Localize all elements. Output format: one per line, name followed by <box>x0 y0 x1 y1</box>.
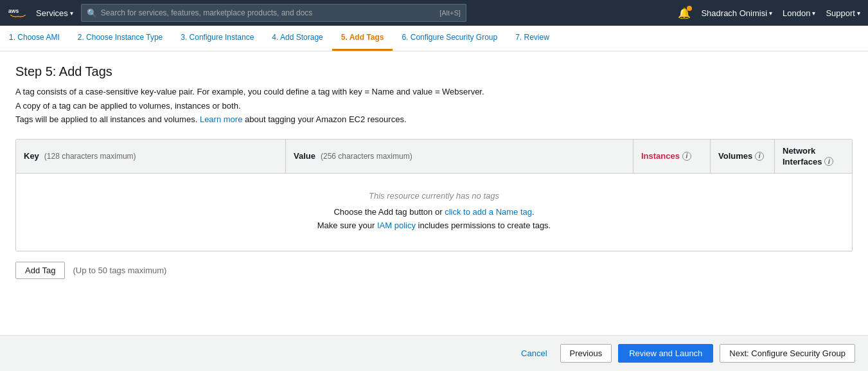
step-5-label: 5. Add Tags <box>341 33 384 42</box>
column-instances: Instances i <box>633 140 711 173</box>
column-key: Key (128 characters maximum) <box>16 140 286 173</box>
notifications-button[interactable]: 🔔 <box>678 7 691 19</box>
region-menu[interactable]: London ▾ <box>783 8 815 18</box>
cancel-button[interactable]: Cancel <box>515 345 553 362</box>
support-menu[interactable]: Support ▾ <box>826 8 860 18</box>
step-2-label: 2. Choose Instance Type <box>78 33 163 42</box>
footer-actions: Cancel Previous Review and Launch Next: … <box>0 335 868 371</box>
region-name: London <box>783 8 810 18</box>
table-body: This resource currently has no tags Choo… <box>16 174 852 251</box>
previous-button[interactable]: Previous <box>560 344 612 363</box>
wizard-steps: 1. Choose AMI 2. Choose Instance Type 3.… <box>0 26 868 51</box>
network-info-icon[interactable]: i <box>824 157 833 166</box>
col-key-label: Key <box>24 151 39 161</box>
main-content: Step 5: Add Tags A tag consists of a cas… <box>0 51 868 335</box>
column-volumes: Volumes i <box>711 140 775 173</box>
col-network-label: Network <box>783 146 815 156</box>
search-shortcut: [Alt+S] <box>439 9 461 17</box>
instances-info-icon[interactable]: i <box>682 152 691 161</box>
add-tag-limit: (Up to 50 tags maximum) <box>73 266 166 275</box>
global-search[interactable]: 🔍 [Alt+S] <box>81 4 466 22</box>
search-input[interactable] <box>101 8 436 17</box>
column-network-interfaces: Network Interfaces i <box>775 140 852 173</box>
support-chevron-icon: ▾ <box>857 10 860 17</box>
desc3-post: about tagging your Amazon EC2 resources. <box>245 114 406 124</box>
step-7-review[interactable]: 7. Review <box>506 26 558 51</box>
next-configure-security-group-button[interactable]: Next: Configure Security Group <box>720 344 855 363</box>
column-value: Value (256 characters maximum) <box>286 140 633 173</box>
services-menu[interactable]: Services ▾ <box>36 8 73 18</box>
step-6-configure-security-group[interactable]: 6. Configure Security Group <box>393 26 506 51</box>
svg-text:aws: aws <box>8 8 19 14</box>
page-description: A tag consists of a case-sensitive key-v… <box>15 86 853 127</box>
services-chevron-icon: ▾ <box>70 10 73 17</box>
instruction2-pre: Make sure your <box>317 221 375 230</box>
add-tag-button[interactable]: Add Tag <box>15 262 65 279</box>
page-title: Step 5: Add Tags <box>15 64 853 79</box>
step-5-add-tags[interactable]: 5. Add Tags <box>332 26 393 51</box>
step-1-choose-ami[interactable]: 1. Choose AMI <box>0 26 69 51</box>
step-6-label: 6. Configure Security Group <box>402 33 497 42</box>
review-and-launch-button[interactable]: Review and Launch <box>618 344 713 363</box>
instruction-pre: Choose the Add tag button or <box>333 207 442 217</box>
col-network-label2: Interfaces <box>783 157 822 167</box>
step-3-configure-instance[interactable]: 3. Configure Instance <box>172 26 263 51</box>
add-tag-instruction: Choose the Add tag button or click to ad… <box>317 206 551 233</box>
support-label: Support <box>826 8 855 18</box>
desc-line-2: A copy of a tag can be applied to volume… <box>15 100 853 113</box>
notification-dot <box>687 6 692 11</box>
add-tag-row: Add Tag (Up to 50 tags maximum) <box>15 262 853 279</box>
user-name: Shadrach Onimisi <box>701 8 767 18</box>
step-4-label: 4. Add Storage <box>272 33 323 42</box>
learn-more-link[interactable]: Learn more <box>200 114 242 124</box>
step-7-label: 7. Review <box>515 33 549 42</box>
step-2-choose-instance-type[interactable]: 2. Choose Instance Type <box>69 26 172 51</box>
step-4-add-storage[interactable]: 4. Add Storage <box>263 26 332 51</box>
table-header: Key (128 characters maximum) Value (256 … <box>16 140 852 174</box>
desc-line-1: A tag consists of a case-sensitive key-v… <box>15 86 853 98</box>
services-label: Services <box>36 8 68 18</box>
col-instances-label: Instances <box>641 151 680 161</box>
tags-table: Key (128 characters maximum) Value (256 … <box>15 139 853 251</box>
search-icon: 🔍 <box>87 8 97 18</box>
desc-line-3: Tags will be applied to all instances an… <box>15 113 853 126</box>
instruction-mid: . <box>532 207 535 217</box>
iam-policy-link[interactable]: IAM policy <box>377 221 416 230</box>
user-menu[interactable]: Shadrach Onimisi ▾ <box>701 8 772 18</box>
col-key-hint: (128 characters maximum) <box>44 152 136 161</box>
no-tags-message: This resource currently has no tags <box>369 191 499 201</box>
step-3-label: 3. Configure Instance <box>181 33 254 42</box>
aws-logo[interactable]: aws <box>8 6 28 19</box>
col-value-label: Value <box>294 151 315 161</box>
desc3-pre: Tags will be applied to all instances an… <box>15 114 197 124</box>
col-value-hint: (256 characters maximum) <box>321 152 412 161</box>
region-chevron-icon: ▾ <box>812 10 815 17</box>
step-1-label: 1. Choose AMI <box>9 33 60 42</box>
nav-right-section: 🔔 Shadrach Onimisi ▾ London ▾ Support ▾ <box>678 7 860 19</box>
top-navigation: aws Services ▾ 🔍 [Alt+S] 🔔 Shadrach Onim… <box>0 0 868 26</box>
user-chevron-icon: ▾ <box>769 10 772 17</box>
instruction2-post: includes permissions to create tags. <box>418 221 551 230</box>
volumes-info-icon[interactable]: i <box>755 152 764 161</box>
click-name-tag-link[interactable]: click to add a Name tag <box>445 207 532 217</box>
col-volumes-label: Volumes <box>718 151 752 161</box>
